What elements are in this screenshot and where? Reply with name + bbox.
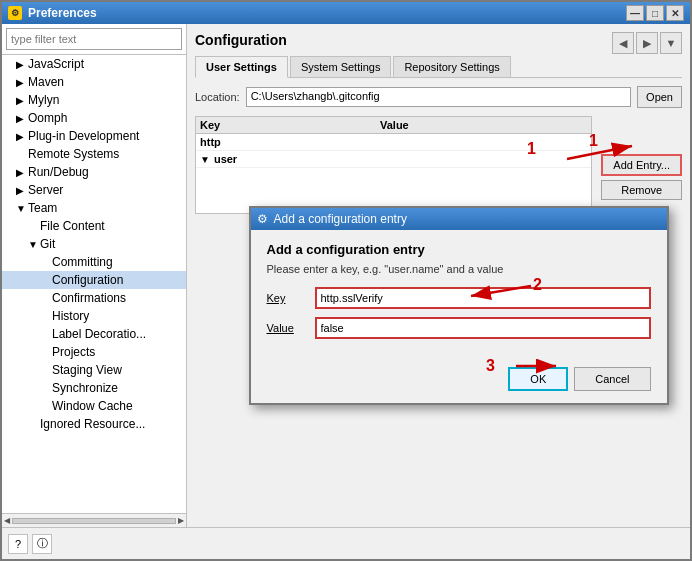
help-button[interactable]: ? (8, 534, 28, 554)
sidebar-item-label: Oomph (28, 111, 67, 125)
action-buttons: Add Entry... Remove (601, 154, 682, 200)
ok-button[interactable]: OK (508, 367, 568, 391)
expand-arrow: ▼ (28, 239, 38, 250)
expand-arrow: ▶ (16, 113, 26, 124)
sidebar-item-synchronize[interactable]: Synchronize (2, 379, 186, 397)
scroll-left-arrow[interactable]: ◀ (4, 516, 10, 525)
preferences-window: ⚙ Preferences — □ ✕ ▶ JavaScript ▶ Maven (0, 0, 692, 561)
expand-icon: ▼ (200, 154, 210, 165)
forward-button[interactable]: ▶ (636, 32, 658, 54)
sidebar-item-label: Synchronize (52, 381, 118, 395)
sidebar: ▶ JavaScript ▶ Maven ▶ Mylyn ▶ Oomph ▶ (2, 24, 187, 527)
table-row[interactable]: http (196, 134, 591, 151)
sidebar-item-label: Confirmations (52, 291, 126, 305)
expand-arrow: ▶ (16, 59, 26, 70)
dialog-title: Add a configuration entry (274, 212, 407, 226)
scrollbar-track[interactable] (12, 518, 176, 524)
cancel-button[interactable]: Cancel (574, 367, 650, 391)
sidebar-item-labeldecorations[interactable]: Label Decoratio... (2, 325, 186, 343)
main-content: ▶ JavaScript ▶ Maven ▶ Mylyn ▶ Oomph ▶ (2, 24, 690, 527)
sidebar-scrollbar: ◀ ▶ (2, 513, 186, 527)
col-key-header: Key (200, 119, 380, 131)
dialog-title-bar: ⚙ Add a configuration entry (251, 208, 667, 230)
remove-button[interactable]: Remove (601, 180, 682, 200)
table-row-label: user (214, 153, 237, 165)
key-label: Key (267, 292, 307, 304)
sidebar-item-label: Staging View (52, 363, 122, 377)
sidebar-item-label: Maven (28, 75, 64, 89)
minimize-button[interactable]: — (626, 5, 644, 21)
sidebar-item-plugin[interactable]: ▶ Plug-in Development (2, 127, 186, 145)
sidebar-item-label: Remote Systems (28, 147, 119, 161)
sidebar-item-stagingview[interactable]: Staging View (2, 361, 186, 379)
sidebar-item-label: Mylyn (28, 93, 59, 107)
sidebar-item-label: Server (28, 183, 63, 197)
title-bar: ⚙ Preferences — □ ✕ (2, 2, 690, 24)
expand-arrow: ▶ (16, 77, 26, 88)
sidebar-item-configuration[interactable]: Configuration (2, 271, 186, 289)
sidebar-item-label: History (52, 309, 89, 323)
value-input[interactable] (315, 317, 651, 339)
filter-box (2, 24, 186, 55)
col-val-header: Value (380, 119, 587, 131)
key-input[interactable] (315, 287, 651, 309)
dialog-subtext: Please enter a key, e.g. "user.name" and… (267, 263, 651, 275)
sidebar-item-mylyn[interactable]: ▶ Mylyn (2, 91, 186, 109)
window-icon: ⚙ (8, 6, 22, 20)
dialog-icon: ⚙ (257, 212, 268, 226)
sidebar-item-label: Configuration (52, 273, 123, 287)
sidebar-item-remote[interactable]: Remote Systems (2, 145, 186, 163)
dropdown-button[interactable]: ▼ (660, 32, 682, 54)
add-entry-button[interactable]: Add Entry... (601, 154, 682, 176)
content-panel: Configuration ◀ ▶ ▼ User Settings System… (187, 24, 690, 527)
filter-input[interactable] (6, 28, 182, 50)
table-row[interactable]: ▼ user (196, 151, 591, 168)
scroll-right-arrow[interactable]: ▶ (178, 516, 184, 525)
back-button[interactable]: ◀ (612, 32, 634, 54)
title-bar-left: ⚙ Preferences (8, 6, 97, 20)
sidebar-item-maven[interactable]: ▶ Maven (2, 73, 186, 91)
sidebar-item-filecontent[interactable]: File Content (2, 217, 186, 235)
location-path: C:\Users\zhangb\.gitconfig (246, 87, 631, 107)
bottom-bar: ? ⓘ (2, 527, 690, 559)
sidebar-item-rundebug[interactable]: ▶ Run/Debug (2, 163, 186, 181)
sidebar-item-label: Team (28, 201, 57, 215)
sidebar-item-team[interactable]: ▼ Team (2, 199, 186, 217)
tab-system-settings[interactable]: System Settings (290, 56, 391, 77)
sidebar-item-git[interactable]: ▼ Git (2, 235, 186, 253)
title-controls: — □ ✕ (626, 5, 684, 21)
tab-repository-settings[interactable]: Repository Settings (393, 56, 510, 77)
sidebar-item-label: Projects (52, 345, 95, 359)
sidebar-item-label: Committing (52, 255, 113, 269)
sidebar-item-committing[interactable]: Committing (2, 253, 186, 271)
expand-arrow: ▶ (16, 131, 26, 142)
sidebar-item-history[interactable]: History (2, 307, 186, 325)
sidebar-item-label: Window Cache (52, 399, 133, 413)
window-title: Preferences (28, 6, 97, 20)
value-field: Value (267, 317, 651, 339)
location-row: Location: C:\Users\zhangb\.gitconfig Ope… (195, 86, 682, 108)
tree-area: ▶ JavaScript ▶ Maven ▶ Mylyn ▶ Oomph ▶ (2, 55, 186, 513)
close-button[interactable]: ✕ (666, 5, 684, 21)
sidebar-item-ignored[interactable]: Ignored Resource... (2, 415, 186, 433)
key-field: Key (267, 287, 651, 309)
sidebar-item-label: Ignored Resource... (40, 417, 145, 431)
value-label: Value (267, 322, 307, 334)
sidebar-item-oomph[interactable]: ▶ Oomph (2, 109, 186, 127)
sidebar-item-label: Git (40, 237, 55, 251)
info-button[interactable]: ⓘ (32, 534, 52, 554)
expand-arrow: ▶ (16, 95, 26, 106)
tab-user-settings[interactable]: User Settings (195, 56, 288, 78)
location-label: Location: (195, 91, 240, 103)
maximize-button[interactable]: □ (646, 5, 664, 21)
config-table: http ▼ user (195, 134, 592, 214)
sidebar-item-javascript[interactable]: ▶ JavaScript (2, 55, 186, 73)
nav-arrows: ◀ ▶ ▼ (612, 32, 682, 54)
open-button[interactable]: Open (637, 86, 682, 108)
sidebar-item-confirmations[interactable]: Confirmations (2, 289, 186, 307)
sidebar-item-projects[interactable]: Projects (2, 343, 186, 361)
sidebar-item-server[interactable]: ▶ Server (2, 181, 186, 199)
sidebar-item-label: Label Decoratio... (52, 327, 146, 341)
page-title: Configuration (195, 32, 682, 48)
sidebar-item-windowcache[interactable]: Window Cache (2, 397, 186, 415)
